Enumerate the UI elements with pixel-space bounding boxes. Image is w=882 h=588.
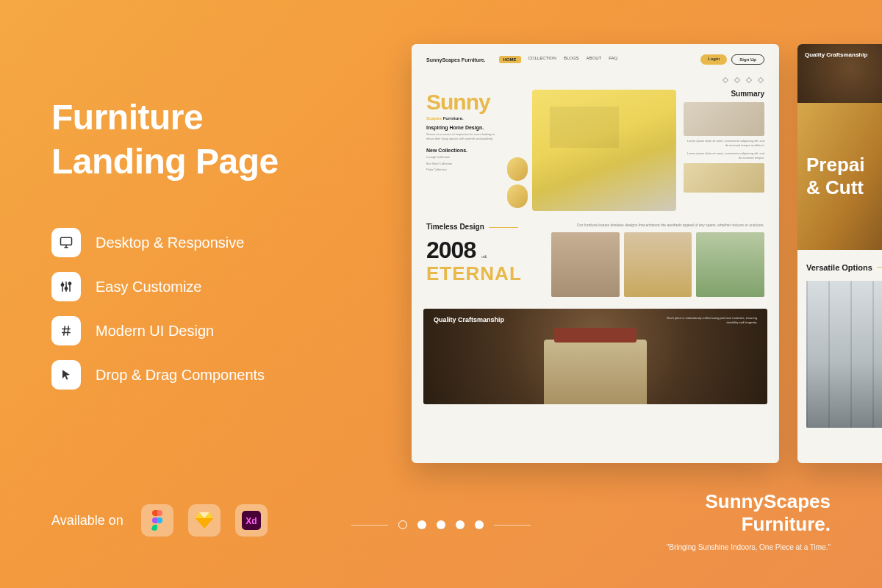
svg-point-13 [157, 517, 162, 523]
mock-nav-item[interactable]: HOME [499, 56, 521, 63]
mock-login-button[interactable]: Login [700, 54, 727, 65]
mock-navbar: SunnyScapes Furniture. HOME COLLECTION B… [412, 44, 779, 75]
cursor-icon [51, 360, 81, 390]
pager-line-icon [494, 525, 531, 526]
mock-hero-word: Sunny [426, 90, 500, 115]
svg-line-11 [64, 326, 65, 335]
available-on-row: Available on Xd [51, 504, 268, 537]
sketch-icon[interactable] [188, 504, 220, 537]
svg-point-7 [65, 287, 67, 290]
mock-logo: SunnyScapes Furniture. [426, 57, 486, 62]
mock-nav-item[interactable]: COLLECTION [528, 56, 556, 63]
pager-dot[interactable] [456, 520, 465, 529]
mock-nav-item[interactable]: FAQ [609, 56, 617, 63]
mock-nav-item[interactable]: ABOUT [587, 56, 602, 63]
brand-block: SunnyScapes Furniture. "Bringing Sunshin… [667, 490, 831, 551]
mock-inspiring-title: Inspiring Home Design. [426, 125, 500, 130]
mock2-hero: Prepai & Cutt [797, 103, 882, 250]
mock-inspiring-body: Serves as a source of inspiration for us… [426, 132, 500, 140]
mock-thumb [507, 157, 528, 181]
mock-thumb [507, 184, 528, 208]
mock2-section-image [806, 281, 882, 428]
pager-dot[interactable] [475, 520, 484, 529]
mock-summary-title: Summary [684, 90, 764, 98]
mock-tile-image [624, 232, 692, 297]
carousel-pager [351, 520, 531, 529]
brand-name: SunnyScapes Furniture. [667, 490, 831, 536]
pager-dot[interactable] [398, 520, 407, 529]
available-on-label: Available on [51, 513, 123, 528]
mock-new-collections: New Collections. [426, 148, 500, 153]
mock-nav-item[interactable]: BLOGS [564, 56, 579, 63]
hash-icon [51, 316, 81, 345]
preview-mockup-1: SunnyScapes Furniture. HOME COLLECTION B… [412, 44, 779, 463]
feature-item: Easy Customize [51, 272, 375, 301]
figma-icon[interactable] [141, 504, 173, 537]
sliders-icon [51, 272, 81, 301]
svg-point-6 [61, 284, 63, 286]
feature-item: Modern UI Design [51, 316, 375, 345]
brush-image [544, 340, 647, 404]
promo-title: Furniture Landing Page [51, 96, 375, 184]
feature-label: Drop & Drag Components [96, 367, 265, 384]
svg-rect-0 [61, 237, 72, 245]
feature-item: Drop & Drag Components [51, 360, 375, 390]
pager-dot[interactable] [417, 520, 426, 529]
feature-item: Desktop & Responsive [51, 228, 375, 257]
mock-tile-image [696, 232, 764, 297]
svg-point-8 [68, 282, 71, 284]
mock-decor-dots [412, 75, 779, 87]
mock2-section-title: Versatile Options [806, 263, 872, 272]
xd-icon[interactable]: Xd [235, 504, 268, 537]
brand-tagline: "Bringing Sunshine Indoors, One Piece at… [667, 543, 831, 551]
mock-hero-image [532, 90, 676, 211]
feature-list: Desktop & Responsive Easy Customize Mode… [51, 228, 375, 390]
promo-title-line2: Landing Page [51, 142, 279, 181]
mock-tile-image [551, 232, 620, 297]
feature-label: Modern UI Design [96, 323, 214, 340]
feature-label: Easy Customize [96, 279, 202, 295]
promo-title-line1: Furniture [51, 98, 203, 137]
mock-nav-links: HOME COLLECTION BLOGS ABOUT FAQ [499, 56, 618, 63]
monitor-icon [51, 228, 81, 257]
svg-line-12 [68, 326, 69, 335]
pager-dot[interactable] [437, 520, 445, 529]
feature-label: Desktop & Responsive [96, 234, 244, 251]
mock-summary-image [684, 163, 764, 193]
mock-banner: Quality Craftsmanship Each piece is meti… [423, 309, 767, 404]
pager-line-icon [351, 525, 388, 526]
mock-signup-button[interactable]: Sign Up [731, 54, 764, 65]
preview-mockup-2: Quality Craftsmanship Prepai & Cutt Vers… [797, 44, 882, 463]
svg-text:Xd: Xd [245, 516, 257, 526]
mock2-top-banner: Quality Craftsmanship [797, 44, 882, 103]
mock-summary-image [684, 102, 764, 136]
